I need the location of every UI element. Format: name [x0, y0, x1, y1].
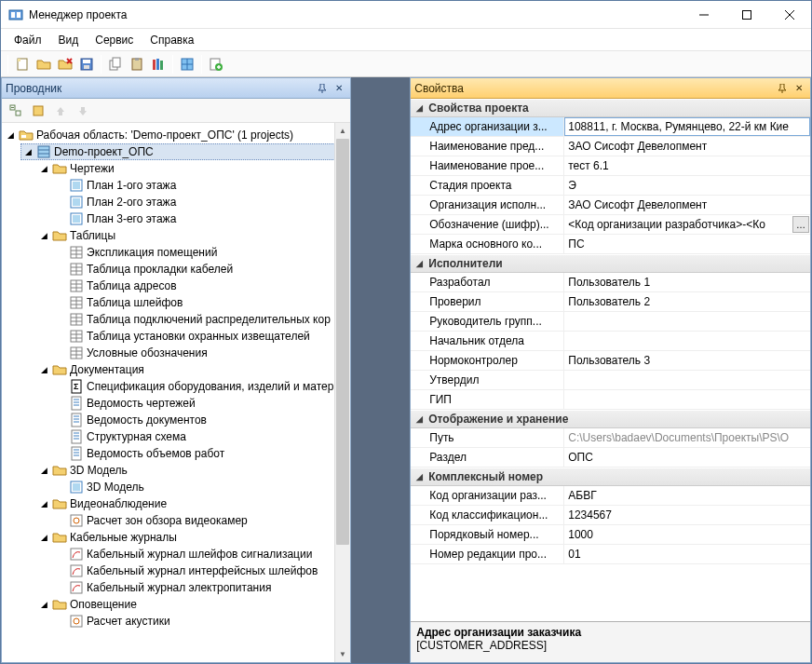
- property-row[interactable]: НормоконтролерПользователь 3: [411, 351, 810, 371]
- tree-item[interactable]: Расчет акустики: [54, 613, 348, 630]
- splitter-vertical[interactable]: [351, 77, 410, 663]
- tree-item[interactable]: ◢Документация: [37, 361, 348, 378]
- property-row[interactable]: Обозначение (шифр)...<Код организации ра…: [411, 215, 810, 235]
- scroll-up-icon[interactable]: ▲: [335, 123, 350, 139]
- property-value[interactable]: [564, 332, 810, 350]
- tree-item[interactable]: ◢3D Модель: [37, 462, 348, 479]
- tree-item[interactable]: Кабельный журнал электропитания: [54, 579, 348, 596]
- tree-item[interactable]: Таблица шлейфов: [54, 294, 348, 311]
- collapse-all-icon[interactable]: [6, 101, 26, 121]
- expand-icon[interactable]: [28, 101, 48, 121]
- property-row[interactable]: Марка основного ко...ПС: [411, 235, 810, 254]
- tree-item[interactable]: ◢Оповещение: [37, 596, 348, 613]
- tree-item[interactable]: ◢Видеонаблюдение: [37, 495, 348, 512]
- property-value[interactable]: [564, 312, 810, 331]
- collapse-icon[interactable]: ◢: [39, 600, 49, 610]
- property-row[interactable]: Руководитель групп...: [411, 312, 810, 332]
- property-row[interactable]: РазработалПользователь 1: [411, 273, 810, 292]
- scrollbar-vertical[interactable]: ▲ ▼: [334, 123, 350, 662]
- tree-item[interactable]: План 3-его этажа: [54, 210, 348, 227]
- tree-item[interactable]: Структурная схема: [54, 428, 348, 445]
- property-value[interactable]: Пользователь 3: [564, 351, 810, 370]
- property-value[interactable]: 108811, г. Москва, Румянцево, 22-й км Ки…: [564, 117, 810, 136]
- property-category[interactable]: ◢Отображение и хранение: [411, 410, 810, 428]
- minimize-button[interactable]: [683, 1, 725, 29]
- property-value[interactable]: АБВГ: [564, 486, 810, 505]
- tree-item[interactable]: Расчет зон обзора видеокамер: [54, 512, 348, 529]
- tree-item[interactable]: ◢Чертежи: [37, 160, 348, 177]
- collapse-icon[interactable]: ◢: [39, 164, 49, 174]
- tree-item[interactable]: Таблица прокладки кабелей: [54, 261, 348, 278]
- up-icon[interactable]: [50, 101, 71, 121]
- property-value[interactable]: ПС: [564, 235, 810, 253]
- tree-item[interactable]: Ведомость чертежей: [54, 395, 348, 412]
- property-row[interactable]: РазделОПС: [411, 448, 810, 468]
- menu-service[interactable]: Сервис: [88, 32, 141, 48]
- collapse-icon[interactable]: ◢: [414, 103, 425, 114]
- tree-item[interactable]: Таблица установки охранных извещателей: [54, 328, 348, 345]
- property-value[interactable]: 1000: [564, 525, 810, 544]
- delete-icon[interactable]: [55, 54, 75, 75]
- property-value[interactable]: 01: [564, 545, 810, 563]
- collapse-icon[interactable]: ◢: [39, 466, 49, 476]
- tree-item[interactable]: План 1-ого этажа: [54, 177, 348, 194]
- new-file-icon[interactable]: [12, 54, 33, 75]
- property-row[interactable]: Наименование пред...ЗАО Сисофт Девелопме…: [411, 137, 810, 156]
- property-row[interactable]: Код организации раз...АБВГ: [411, 486, 810, 506]
- tree-item[interactable]: Ведомость объемов работ: [54, 445, 348, 462]
- pin-icon[interactable]: [775, 81, 790, 96]
- pin-icon[interactable]: [315, 81, 330, 96]
- menu-file[interactable]: Файл: [7, 32, 49, 48]
- property-category[interactable]: ◢Свойства проекта: [411, 99, 810, 117]
- maximize-button[interactable]: [725, 1, 768, 29]
- collapse-icon[interactable]: ◢: [414, 472, 425, 482]
- close-button[interactable]: [768, 1, 811, 29]
- tree-item[interactable]: Ведомость документов: [54, 412, 348, 428]
- menu-view[interactable]: Вид: [51, 32, 87, 48]
- collapse-icon[interactable]: ◢: [39, 499, 49, 509]
- tree-item[interactable]: План 2-ого этажа: [54, 194, 348, 210]
- collapse-icon[interactable]: ◢: [23, 147, 34, 157]
- collapse-icon[interactable]: ◢: [39, 365, 49, 375]
- menu-help[interactable]: Справка: [142, 32, 201, 48]
- property-row[interactable]: ПутьC:\Users\badaev\Documents\Проекты\PS…: [411, 428, 810, 448]
- property-row[interactable]: Организация исполн...ЗАО Сисофт Девелопм…: [411, 196, 810, 215]
- property-value[interactable]: 1234567: [564, 506, 810, 524]
- tree-item[interactable]: Кабельный журнал интерфейсных шлейфов: [54, 562, 348, 579]
- panel-close-icon[interactable]: ✕: [792, 81, 806, 96]
- property-row[interactable]: Номер редакции про...01: [411, 545, 810, 564]
- scroll-down-icon[interactable]: ▼: [335, 646, 350, 662]
- property-row[interactable]: Наименование прое...тест 6.1: [411, 156, 810, 176]
- property-row[interactable]: Стадия проектаЭ: [411, 176, 810, 196]
- property-value[interactable]: C:\Users\badaev\Documents\Проекты\PS\О: [564, 428, 810, 447]
- property-value[interactable]: ОПС: [564, 448, 810, 467]
- property-value[interactable]: [564, 371, 810, 389]
- property-value[interactable]: Пользователь 2: [564, 292, 810, 311]
- property-value[interactable]: ЗАО Сисофт Девелопмент: [564, 137, 810, 156]
- property-value[interactable]: <Код организации разработчика>-<Ко…: [564, 215, 810, 234]
- down-icon[interactable]: [73, 101, 93, 121]
- property-row[interactable]: ГИП: [411, 390, 810, 410]
- property-category[interactable]: ◢Комплексный номер: [411, 468, 810, 486]
- library-icon[interactable]: [148, 54, 169, 75]
- tree-item[interactable]: ◢Кабельные журналы: [37, 529, 348, 546]
- grid-icon[interactable]: [177, 54, 197, 75]
- tree-item[interactable]: 3D Модель: [54, 479, 348, 495]
- collapse-icon[interactable]: ◢: [39, 231, 49, 241]
- copy-icon[interactable]: [105, 54, 126, 75]
- open-file-icon[interactable]: [34, 54, 54, 75]
- property-row[interactable]: ПроверилПользователь 2: [411, 292, 810, 312]
- tree-item[interactable]: Таблица подключений распределительных ко…: [54, 311, 348, 328]
- property-value[interactable]: ЗАО Сисофт Девелопмент: [564, 196, 810, 214]
- property-row[interactable]: Начальник отдела: [411, 332, 810, 351]
- paste-icon[interactable]: [127, 54, 147, 75]
- property-row[interactable]: Код классификацион...1234567: [411, 506, 810, 525]
- tree-item[interactable]: Кабельный журнал шлейфов сигнализации: [54, 546, 348, 562]
- property-value[interactable]: Пользователь 1: [564, 273, 810, 291]
- property-category[interactable]: ◢Исполнители: [411, 254, 810, 273]
- tree-item[interactable]: Таблица адресов: [54, 278, 348, 294]
- ellipsis-button[interactable]: …: [792, 216, 809, 233]
- property-value[interactable]: [564, 390, 810, 409]
- property-row[interactable]: Утвердил: [411, 371, 810, 390]
- tree-scroll[interactable]: ◢Рабочая область: 'Demo-проект_ОПС' (1 p…: [2, 123, 350, 662]
